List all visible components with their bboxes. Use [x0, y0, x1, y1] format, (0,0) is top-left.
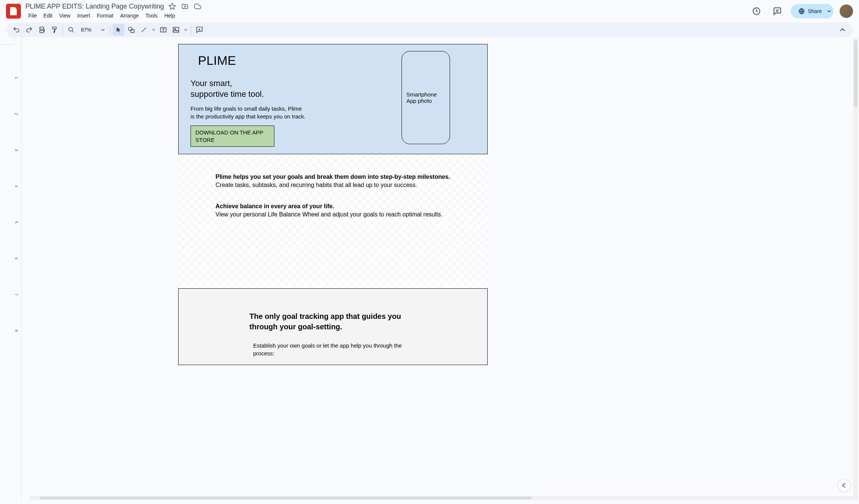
menu-view[interactable]: View	[56, 11, 73, 20]
move-icon[interactable]	[181, 3, 189, 10]
svg-line-6	[72, 31, 74, 32]
menu-edit[interactable]: Edit	[41, 11, 56, 20]
download-button-shape[interactable]: DOWNLOAD ON THE APP STORE	[191, 126, 274, 147]
feature-block[interactable]: Achieve balance in every area of your li…	[215, 202, 450, 219]
svg-rect-4	[40, 31, 44, 33]
shape-tool[interactable]	[125, 24, 137, 36]
share-dropdown[interactable]	[825, 4, 834, 19]
cloud-icon[interactable]	[194, 3, 201, 10]
star-icon[interactable]	[169, 3, 176, 10]
feature-desc: View your personal Life Balance Wheel an…	[215, 210, 450, 219]
feature-title: Plime helps you set your goals and break…	[215, 173, 450, 181]
explore-button[interactable]	[837, 479, 851, 492]
svg-rect-11	[173, 27, 179, 32]
menu-format[interactable]: Format	[94, 11, 116, 20]
menu-insert[interactable]: Insert	[74, 11, 93, 20]
menu-help[interactable]: Help	[161, 11, 178, 20]
cta-section-shape[interactable]: The only goal tracking app that guides y…	[178, 288, 488, 365]
feature-title: Achieve balance in every area of your li…	[215, 202, 450, 210]
user-avatar[interactable]	[840, 4, 853, 18]
ruler-row: 1 2 3 4 5 6 7 8	[0, 37, 14, 501]
content-row: 1 2 3 4 5 6 7 8 PLIME Your smart, suppor…	[14, 37, 859, 501]
toolbar-separator	[63, 25, 63, 34]
ruler-tick: 3	[14, 132, 18, 168]
ruler-tick: 5	[14, 204, 18, 240]
ruler-tick: 1	[14, 60, 18, 96]
zoom-select[interactable]: 87%	[78, 25, 108, 34]
cta-desc: Establish your own goals or let the app …	[253, 342, 416, 357]
horizontal-scrollbar[interactable]	[29, 496, 853, 500]
features-section[interactable]: Plime helps you set your goals and break…	[178, 154, 488, 287]
print-button[interactable]	[36, 24, 48, 36]
phone-placeholder-shape[interactable]: Smartphone App photo	[402, 51, 450, 144]
select-tool[interactable]	[113, 24, 125, 36]
app-header: PLIME APP EDITS: Landing Page Copywritin…	[0, 0, 859, 22]
ruler-tick: 6	[14, 240, 18, 276]
paint-format-button[interactable]	[48, 24, 60, 36]
ruler-tick: 7	[14, 276, 18, 313]
feature-desc: Create tasks, subtasks, and recurring ha…	[215, 181, 450, 189]
title-icons	[169, 3, 201, 10]
line-tool[interactable]	[138, 24, 150, 36]
menu-tools[interactable]: Tools	[142, 11, 161, 20]
title-area: PLIME APP EDITS: Landing Page Copywritin…	[25, 3, 749, 20]
vertical-ruler[interactable]: 1 2 3 4 5 6 7 8	[14, 37, 22, 501]
zoom-fit-button[interactable]	[65, 24, 77, 36]
feature-block[interactable]: Plime helps you set your goals and break…	[215, 173, 450, 190]
svg-point-7	[129, 27, 132, 31]
share-label: Share	[808, 8, 822, 14]
canvas-content[interactable]: PLIME Your smart, supportive time tool. …	[22, 37, 859, 501]
zoom-value: 87%	[81, 27, 91, 33]
canvas-area: 1 2 3 4 5 6 7 8 1 2 3 4 5 6 7 8	[0, 37, 859, 501]
collapse-toolbar-icon[interactable]	[837, 24, 849, 36]
menu-arrange[interactable]: Arrange	[117, 11, 142, 20]
textbox-tool[interactable]	[157, 24, 169, 36]
drawings-logo[interactable]	[6, 4, 21, 19]
scrollbar-thumb[interactable]	[854, 40, 858, 107]
line-dropdown[interactable]	[151, 24, 157, 36]
comments-icon[interactable]	[770, 4, 785, 19]
scrollbar-thumb[interactable]	[40, 497, 532, 500]
redo-button[interactable]	[23, 24, 35, 36]
image-dropdown[interactable]	[183, 24, 189, 36]
comment-tool[interactable]	[193, 24, 205, 36]
header-right: Share	[749, 4, 853, 19]
toolbar-separator	[191, 25, 191, 34]
share-button[interactable]: Share	[791, 4, 829, 18]
menu-file[interactable]: File	[25, 11, 40, 20]
toolbar: 87%	[6, 22, 853, 37]
image-tool[interactable]	[170, 24, 182, 36]
undo-button[interactable]	[10, 24, 22, 36]
ruler-tick: 4	[14, 168, 18, 204]
doc-title-row: PLIME APP EDITS: Landing Page Copywritin…	[25, 3, 749, 10]
svg-line-9	[142, 28, 146, 32]
history-icon[interactable]	[749, 4, 764, 19]
hero-section-shape[interactable]: PLIME Your smart, supportive time tool. …	[178, 44, 488, 154]
drawing-page[interactable]: PLIME Your smart, supportive time tool. …	[178, 44, 488, 365]
svg-point-5	[69, 27, 73, 31]
ruler-tick: 2	[14, 96, 18, 132]
ruler-tick: 8	[14, 313, 18, 349]
svg-rect-8	[131, 29, 134, 32]
menu-bar: File Edit View Insert Format Arrange Too…	[25, 11, 749, 20]
ruler-corner	[0, 37, 14, 45]
doc-title[interactable]: PLIME APP EDITS: Landing Page Copywritin…	[25, 3, 164, 10]
vertical-scrollbar[interactable]	[853, 37, 858, 501]
cta-title: The only goal tracking app that guides y…	[249, 311, 416, 332]
toolbar-separator	[110, 25, 110, 34]
